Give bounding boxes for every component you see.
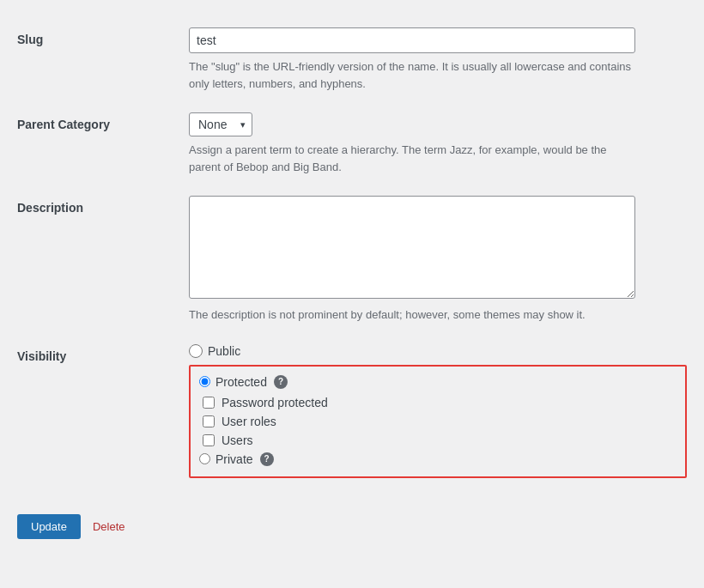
update-button[interactable]: Update xyxy=(17,514,81,539)
visibility-protected-radio[interactable] xyxy=(199,376,210,387)
password-protected-checkbox[interactable] xyxy=(203,397,215,409)
visibility-options: Public Protected ? xyxy=(189,344,687,478)
users-label: Users xyxy=(222,433,253,447)
description-label: Description xyxy=(17,201,83,215)
visibility-private-row: Private ? xyxy=(199,452,673,466)
visibility-public-radio[interactable] xyxy=(189,344,203,358)
user-roles-label: User roles xyxy=(222,415,276,428)
visibility-private-radio[interactable] xyxy=(199,453,210,464)
slug-input[interactable] xyxy=(189,27,635,53)
user-roles-row: User roles xyxy=(203,415,673,428)
button-row: Update Delete xyxy=(17,506,687,548)
visibility-protected-label: Protected xyxy=(215,375,267,389)
password-protected-row: Password protected xyxy=(203,396,673,409)
visibility-row: Visibility Public Protected xyxy=(17,334,687,488)
slug-description: The "slug" is the URL-friendly version o… xyxy=(189,58,635,92)
parent-category-select[interactable]: None xyxy=(189,112,252,136)
slug-row: Slug The "slug" is the URL-friendly vers… xyxy=(17,17,687,102)
users-row: Users xyxy=(203,433,673,447)
visibility-public-label: Public xyxy=(208,344,240,358)
description-textarea[interactable] xyxy=(189,196,635,299)
parent-category-select-wrapper: None ▾ xyxy=(189,112,252,136)
form-table: Slug The "slug" is the URL-friendly vers… xyxy=(17,17,687,488)
slug-label: Slug xyxy=(17,33,43,46)
users-checkbox[interactable] xyxy=(203,434,215,446)
visibility-public-row: Public xyxy=(189,344,687,358)
description-help: The description is not prominent by defa… xyxy=(189,306,635,324)
protected-header: Protected ? xyxy=(199,375,673,389)
delete-button[interactable]: Delete xyxy=(93,520,125,533)
user-roles-checkbox[interactable] xyxy=(203,415,215,427)
parent-category-description: Assign a parent term to create a hierarc… xyxy=(189,142,635,175)
visibility-private-label: Private xyxy=(215,452,253,466)
protected-suboptions: Password protected User roles Users xyxy=(203,396,673,447)
protected-box: Protected ? Password protected xyxy=(189,365,687,478)
description-row: Description The description is not promi… xyxy=(17,185,687,334)
private-help-icon[interactable]: ? xyxy=(260,452,274,466)
visibility-label: Visibility xyxy=(17,349,66,363)
password-protected-label: Password protected xyxy=(222,396,328,409)
parent-category-label: Parent Category xyxy=(17,118,110,131)
parent-category-row: Parent Category None ▾ Assign a parent t… xyxy=(17,102,687,185)
protected-help-icon[interactable]: ? xyxy=(274,375,288,389)
